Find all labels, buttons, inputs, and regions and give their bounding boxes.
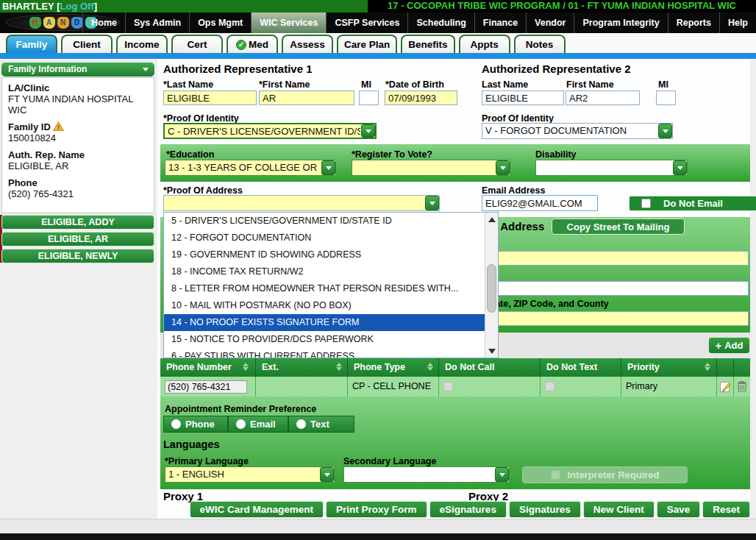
- rep1-proof-identity-select[interactable]: C - DRIVER'S LICENSE/GOVERNMENT ID/S: [163, 123, 377, 139]
- mailing-address-line1-input[interactable]: [463, 251, 749, 266]
- phone-number-cell[interactable]: (520) 765-4321: [165, 380, 247, 394]
- family-member-button[interactable]: ELIGIBLE, ADDY: [1, 215, 154, 230]
- rep2-last-name-input[interactable]: [482, 90, 564, 105]
- esignatures-button[interactable]: eSignatures: [429, 501, 507, 518]
- disability-select[interactable]: [535, 160, 688, 176]
- rep1-dob-input[interactable]: [385, 90, 457, 105]
- dropdown-option[interactable]: 10 - MAIL WITH POSTMARK (NO PO BOX): [164, 297, 498, 314]
- dropdown-option[interactable]: 19 - GOVERNMENT ID SHOWING ADDRESS: [164, 246, 498, 263]
- tab-cert[interactable]: Cert: [171, 35, 223, 53]
- menu-item-vendor[interactable]: Vendor: [526, 13, 574, 33]
- column-header-phone-type[interactable]: Phone Type: [348, 358, 439, 377]
- dropdown-option[interactable]: 6 - PAY STUBS WITH CURRENT ADDRESS: [164, 348, 498, 358]
- menu-item-ops-mgmt[interactable]: Ops Mgmt: [189, 13, 251, 33]
- email-input[interactable]: [482, 195, 598, 211]
- dropdown-option[interactable]: 18 - INCOME TAX RETURN/W2: [164, 263, 498, 280]
- save-button[interactable]: Save: [657, 501, 701, 518]
- reminder-option-email[interactable]: Email: [228, 416, 288, 433]
- chevron-down-icon[interactable]: [320, 467, 334, 482]
- primary-language-select[interactable]: 1 - ENGLISH: [165, 466, 335, 483]
- dropdown-scrollbar[interactable]: [485, 213, 498, 358]
- rep2-proof-identity-select[interactable]: V - FORGOT DOCUMENTATION: [482, 123, 673, 139]
- rep2-mi-input[interactable]: [656, 90, 676, 105]
- tab-assess[interactable]: Assess: [282, 35, 333, 53]
- column-header-phone-number[interactable]: Phone Number: [160, 358, 256, 377]
- menu-item-scheduling[interactable]: Scheduling: [407, 13, 474, 33]
- menu-item-reports[interactable]: Reports: [668, 13, 719, 33]
- chevron-down-icon[interactable]: [495, 467, 509, 482]
- chevron-down-icon[interactable]: [658, 124, 672, 138]
- dropdown-option[interactable]: 5 - DRIVER'S LICENSE/GOVERNMENT ID/STATE…: [164, 213, 498, 230]
- ewic-card-management-button[interactable]: eWIC Card Management: [190, 501, 324, 518]
- menu-item-wic-services[interactable]: WIC Services: [251, 13, 326, 33]
- add-phone-button[interactable]: + Add: [708, 337, 750, 354]
- chevron-down-icon[interactable]: [361, 124, 375, 138]
- signatures-button[interactable]: Signatures: [509, 501, 581, 518]
- secondary-language-select[interactable]: [343, 466, 510, 483]
- do-not-text-checkbox[interactable]: [545, 382, 554, 391]
- tab-care-plan[interactable]: Care Plan: [337, 35, 397, 53]
- scrollbar-thumb[interactable]: [487, 264, 496, 313]
- family-information-header[interactable]: Family Information: [1, 63, 154, 77]
- chevron-down-icon[interactable]: [425, 196, 439, 210]
- tab-family[interactable]: Family: [6, 35, 57, 53]
- scroll-up-icon[interactable]: [485, 213, 498, 226]
- reminder-option-phone[interactable]: Phone: [163, 416, 228, 433]
- register-to-vote-select[interactable]: [352, 160, 510, 176]
- family-member-button[interactable]: ELIGIBLE, AR: [1, 232, 154, 246]
- menu-item-csfp-services[interactable]: CSFP Services: [326, 13, 407, 33]
- column-header-priority[interactable]: Priority: [621, 358, 717, 377]
- chevron-down-icon[interactable]: [321, 160, 335, 175]
- column-header-do-not-call[interactable]: Do Not Call: [439, 358, 541, 377]
- column-header-delete: [734, 358, 749, 377]
- dropdown-option[interactable]: 8 - LETTER FROM HOMEOWNER THAT PERSON RE…: [164, 280, 498, 297]
- primary-language-label: *Primary Language: [165, 456, 249, 466]
- column-header-do-not-text[interactable]: Do Not Text: [541, 358, 621, 377]
- edit-icon[interactable]: [719, 380, 732, 393]
- sort-icon[interactable]: [243, 363, 249, 371]
- delete-icon[interactable]: [737, 380, 747, 392]
- tab-notes[interactable]: Notes: [514, 35, 566, 53]
- education-select[interactable]: 13 - 1-3 YEARS OF COLLEGE OR: [165, 160, 336, 176]
- rep1-last-name-input[interactable]: [163, 90, 257, 105]
- mailing-address-line2-input[interactable]: [463, 281, 749, 296]
- sort-icon[interactable]: [427, 363, 433, 371]
- chevron-down-icon[interactable]: [496, 160, 510, 175]
- tab-med[interactable]: ✓Med: [227, 35, 278, 53]
- sort-icon[interactable]: [336, 363, 342, 371]
- new-client-button[interactable]: New Client: [583, 501, 655, 518]
- sort-icon[interactable]: [705, 363, 710, 371]
- rep1-first-name-input[interactable]: [259, 90, 354, 105]
- do-not-email-button[interactable]: Do Not Email: [629, 196, 756, 211]
- menu-item-sys-admin[interactable]: Sys Admin: [125, 13, 189, 33]
- rep2-first-name-input[interactable]: [566, 90, 640, 105]
- tab-appts[interactable]: Appts: [459, 35, 510, 53]
- family-member-button[interactable]: ELIGIBLE, NEWLY: [1, 249, 154, 263]
- dropdown-option[interactable]: 12 - FORGOT DOCUMENTATION: [164, 230, 498, 246]
- menu-item-finance[interactable]: Finance: [474, 13, 526, 33]
- do-not-email-checkbox[interactable]: [641, 199, 651, 208]
- scroll-down-icon[interactable]: [485, 344, 498, 358]
- menu-item-home[interactable]: Home: [82, 13, 125, 33]
- rep1-mi-input[interactable]: [359, 90, 379, 105]
- hands-logo-letter: A: [43, 17, 55, 29]
- do-not-call-checkbox[interactable]: [443, 382, 453, 391]
- reset-button[interactable]: Reset: [702, 501, 750, 518]
- action-button-bar: eWIC Card Management Print Proxy Form eS…: [190, 501, 750, 518]
- email-label: Email Address: [482, 185, 545, 196]
- tab-benefits[interactable]: Benefits: [401, 35, 454, 53]
- menu-item-help[interactable]: Help: [719, 13, 756, 33]
- chevron-down-icon[interactable]: [673, 160, 687, 175]
- dropdown-option-selected[interactable]: 14 - NO PROOF EXISTS SIGNATURE FORM: [164, 314, 485, 331]
- copy-street-to-mailing-button[interactable]: Copy Street To Mailing: [552, 219, 685, 235]
- city-state-zip-input[interactable]: [463, 311, 749, 326]
- tab-income[interactable]: Income: [116, 35, 168, 53]
- log-off-link[interactable]: Log Off: [60, 1, 94, 12]
- menu-item-program-integrity[interactable]: Program Integrity: [574, 13, 667, 33]
- tab-client[interactable]: Client: [61, 35, 113, 53]
- proof-of-address-select[interactable]: [163, 195, 440, 211]
- print-proxy-form-button[interactable]: Print Proxy Form: [326, 501, 427, 518]
- dropdown-option[interactable]: 15 - NOTICE TO PROVIDER/DCS PAPERWORK: [164, 331, 498, 348]
- reminder-option-text[interactable]: Text: [288, 416, 354, 433]
- column-header-ext[interactable]: Ext.: [256, 358, 348, 377]
